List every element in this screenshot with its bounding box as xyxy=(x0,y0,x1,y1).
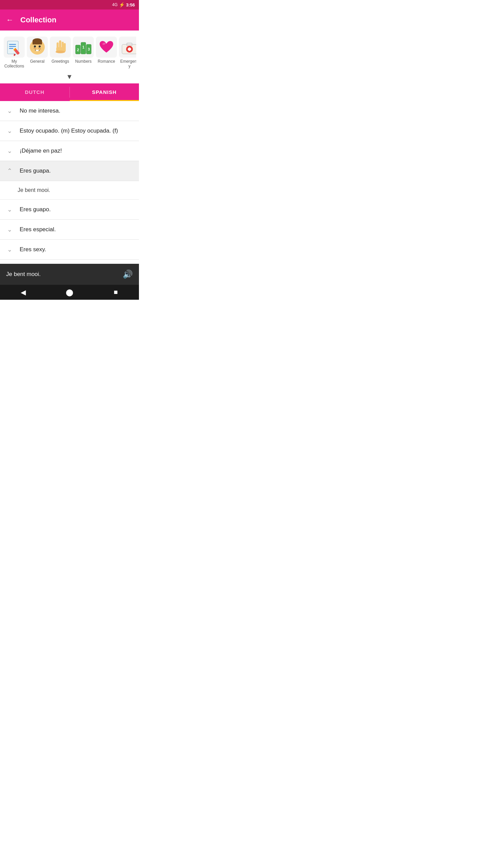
category-greetings[interactable]: Greetings xyxy=(49,35,72,65)
category-row: My Collections xyxy=(3,35,136,72)
svg-text:1: 1 xyxy=(82,45,84,49)
expand-icon: ⌄ xyxy=(5,246,14,253)
greetings-icon xyxy=(50,37,71,58)
emergency-icon xyxy=(119,37,136,58)
player-text: Je bent mooi. xyxy=(6,271,41,278)
bottom-player: Je bent mooi. 🔊 xyxy=(0,264,139,285)
emergency-label: Emergency xyxy=(119,59,136,69)
category-my-collections[interactable]: My Collections xyxy=(3,35,26,70)
phrase-text: Eres guapa. xyxy=(20,167,51,174)
battery-icon: ⚡ xyxy=(119,2,125,7)
numbers-icon: 2 1 3 xyxy=(73,37,94,58)
nav-back-button[interactable] xyxy=(16,285,30,299)
romance-label: Romance xyxy=(98,59,115,64)
svg-point-10 xyxy=(34,45,36,47)
greetings-label: Greetings xyxy=(52,59,69,64)
phrase-row-expanded[interactable]: ⌃ Eres guapa. xyxy=(0,161,139,181)
phrase-text: Eres guapo. xyxy=(20,206,51,213)
phrase-row[interactable]: ⌄ Eres guapo. xyxy=(0,200,139,220)
category-romance[interactable]: Romance xyxy=(95,35,118,65)
svg-text:3: 3 xyxy=(88,47,90,51)
general-label: General xyxy=(30,59,45,64)
nav-recent-button[interactable] xyxy=(109,285,123,299)
app-bar: ← Collection xyxy=(0,9,139,31)
romance-icon xyxy=(96,37,117,58)
numbers-label: Numbers xyxy=(75,59,92,64)
svg-text:2: 2 xyxy=(77,48,79,52)
expand-icon-open: ⌃ xyxy=(5,167,14,175)
nav-home-button[interactable] xyxy=(63,285,76,299)
translation-row: Je bent mooi. xyxy=(0,181,139,200)
translation-text: Je bent mooi. xyxy=(18,187,50,193)
category-general[interactable]: General xyxy=(26,35,49,65)
phrase-row[interactable]: ⌄ No me interesa. xyxy=(0,101,139,121)
svg-point-13 xyxy=(35,48,36,50)
phrase-text: Eres sexy. xyxy=(20,246,46,253)
svg-point-14 xyxy=(39,48,40,49)
expand-icon: ⌄ xyxy=(5,147,14,155)
tab-dutch[interactable]: DUTCH xyxy=(0,83,69,101)
svg-point-11 xyxy=(39,45,41,47)
expand-categories-button[interactable]: ▼ xyxy=(66,73,73,81)
phrase-row[interactable]: ⌄ Eres sexy. xyxy=(0,240,139,260)
status-bar: 4G ⚡ 3:56 xyxy=(0,0,139,9)
svg-rect-16 xyxy=(36,50,39,51)
phrase-text: Eres especial. xyxy=(20,226,56,233)
phrase-text: No me interesa. xyxy=(20,107,60,114)
svg-point-15 xyxy=(40,48,41,50)
category-numbers[interactable]: 2 1 3 Numbers xyxy=(72,35,95,65)
expand-icon: ⌄ xyxy=(5,127,14,135)
speaker-button[interactable]: 🔊 xyxy=(123,270,133,279)
my-collections-icon xyxy=(4,37,25,58)
expand-icon: ⌄ xyxy=(5,206,14,213)
app-title: Collection xyxy=(20,16,56,24)
status-icons: 4G ⚡ 3:56 xyxy=(112,2,135,7)
category-emergency[interactable]: Emergency xyxy=(118,35,136,70)
expand-icon: ⌄ xyxy=(5,226,14,233)
svg-rect-9 xyxy=(33,41,42,44)
phrase-row[interactable]: ⌄ Eres especial. xyxy=(0,220,139,240)
phrase-row[interactable]: ⌄ Estoy ocupado. (m) Estoy ocupada. (f) xyxy=(0,121,139,141)
tab-spanish[interactable]: SPANISH xyxy=(70,83,139,101)
language-tab-bar: DUTCH SPANISH xyxy=(0,83,139,101)
svg-point-22 xyxy=(56,51,65,53)
phrase-text: Estoy ocupado. (m) Estoy ocupada. (f) xyxy=(20,127,118,134)
back-button[interactable]: ← xyxy=(6,16,14,24)
svg-rect-17 xyxy=(59,40,61,48)
svg-point-12 xyxy=(34,48,35,49)
clock: 3:56 xyxy=(126,2,135,7)
svg-rect-34 xyxy=(128,48,131,50)
nav-bar xyxy=(0,285,139,300)
category-section: My Collections xyxy=(0,31,139,83)
phrase-list: ⌄ No me interesa. ⌄ Estoy ocupado. (m) E… xyxy=(0,101,139,264)
expand-icon: ⌄ xyxy=(5,107,14,115)
phrase-list-inner: ⌄ No me interesa. ⌄ Estoy ocupado. (m) E… xyxy=(0,101,139,264)
phrase-row[interactable]: ⌄ Eres encantador. xyxy=(0,260,139,264)
phrase-row[interactable]: ⌄ ¡Déjame en paz! xyxy=(0,141,139,161)
my-collections-label: My Collections xyxy=(4,59,24,69)
signal-icon: 4G xyxy=(112,2,118,7)
general-icon xyxy=(27,37,48,58)
phrase-text: ¡Déjame en paz! xyxy=(20,147,62,154)
